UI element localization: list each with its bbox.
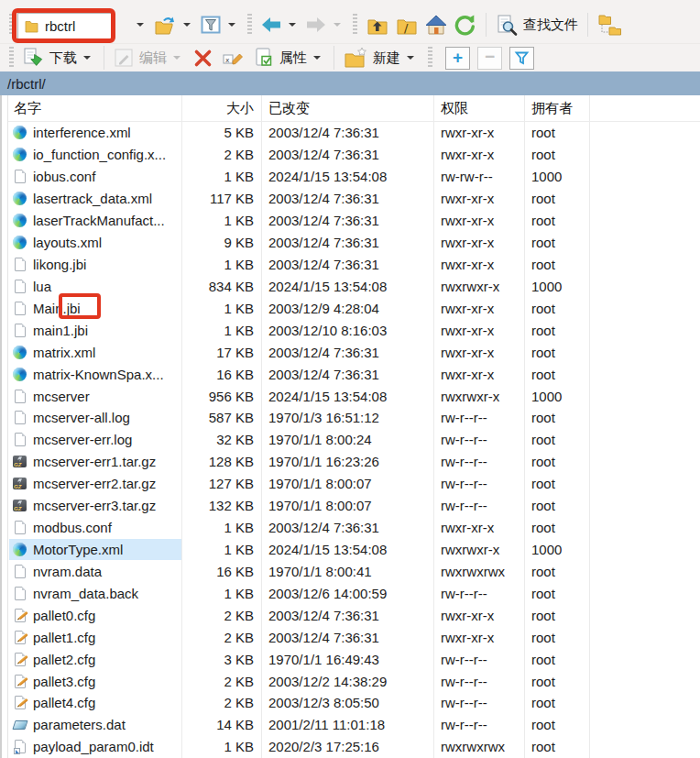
- file-row[interactable]: matrix.xml17 KB2003/12/4 7:36:31rwxr-xr-…: [0, 341, 700, 363]
- edit-button[interactable]: 编辑: [111, 46, 170, 70]
- find-files-button[interactable]: 查找文件: [493, 12, 581, 38]
- file-name-cell[interactable]: io_function_config.x...: [9, 144, 181, 166]
- file-name-cell[interactable]: matrix.xml: [9, 341, 181, 363]
- file-row[interactable]: layouts.xml9 KB2003/12/4 7:36:31rwxr-xr-…: [0, 232, 700, 254]
- column-header-rights[interactable]: 权限: [433, 100, 524, 117]
- file-name-cell[interactable]: matrix-KnownSpa.x...: [9, 363, 181, 385]
- file-name-cell[interactable]: mcserver-err.log: [9, 429, 181, 451]
- file-name-cell[interactable]: parameters.dat: [9, 714, 181, 736]
- column-separator[interactable]: [433, 95, 434, 758]
- file-name-cell[interactable]: iobus.conf: [9, 166, 181, 188]
- file-row[interactable]: GZmcserver-err3.tar.gz132 KB1970/1/1 8:0…: [0, 495, 700, 517]
- filter-dropdown-arrow[interactable]: [228, 23, 235, 30]
- file-row[interactable]: mcserver-all.log587 KB1970/1/3 16:51:12r…: [0, 407, 700, 429]
- new-button[interactable]: 新建: [341, 45, 403, 71]
- file-name-cell[interactable]: layouts.xml: [9, 232, 181, 254]
- properties-dropdown-arrow[interactable]: [313, 56, 321, 63]
- file-row[interactable]: Main.jbi1 KB2003/12/9 4:28:04rwxr-xr-xro…: [0, 297, 700, 319]
- column-header-changed[interactable]: 已改变: [261, 100, 433, 117]
- home-directory-button[interactable]: [421, 12, 451, 38]
- rename-button[interactable]: x: [219, 46, 247, 70]
- file-name-cell[interactable]: GZmcserver-err2.tar.gz: [9, 473, 181, 495]
- address-dropdown-arrow[interactable]: [137, 23, 144, 30]
- file-name-cell[interactable]: MotorType.xml: [9, 539, 181, 561]
- file-row[interactable]: main1.jbi1 KB2003/12/10 8:16:03rwxr-xr-x…: [0, 319, 700, 341]
- column-separator[interactable]: [589, 95, 590, 758]
- file-row[interactable]: parameters.dat14 KB2001/2/11 11:01:18rw-…: [0, 714, 700, 736]
- file-row[interactable]: pallet1.cfg2 KB2003/12/4 7:36:31rwxr-xr-…: [0, 626, 700, 648]
- file-row[interactable]: GZmcserver-err2.tar.gz127 KB1970/1/1 8:0…: [0, 473, 700, 495]
- file-row[interactable]: lua834 KB2024/1/15 13:54:08rwxrwxr-x1000: [0, 275, 700, 297]
- path-bar[interactable]: /rbctrl/: [0, 71, 700, 95]
- file-row[interactable]: mcserver-err.log32 KB1970/1/1 8:00:24rw-…: [0, 429, 700, 451]
- file-row[interactable]: pallet2.cfg3 KB1970/1/1 16:49:43rw-r--r-…: [0, 648, 700, 670]
- file-name-cell[interactable]: modbus.conf: [9, 517, 181, 539]
- toolbar-grip[interactable]: [247, 14, 252, 36]
- file-name-cell[interactable]: pallet3.cfg: [9, 670, 181, 692]
- file-name-cell[interactable]: laserTrackManufact...: [9, 210, 181, 232]
- file-name-cell[interactable]: nvram_data.back: [9, 582, 181, 604]
- file-name-cell[interactable]: lua: [9, 275, 181, 297]
- download-button[interactable]: 下载: [19, 45, 80, 71]
- column-header-name[interactable]: 名字: [9, 100, 181, 117]
- directory-tree-button[interactable]: [595, 12, 626, 38]
- remove-filter-button[interactable]: −: [477, 47, 502, 70]
- root-directory-button[interactable]: /: [392, 12, 421, 38]
- file-row[interactable]: nvram.data16 KB1970/1/1 8:00:41rwxrwxrwx…: [0, 560, 700, 582]
- file-name-cell[interactable]: likong.jbi: [9, 254, 181, 276]
- file-row[interactable]: interference.xml5 KB2003/12/4 7:36:31rwx…: [0, 122, 700, 144]
- file-row[interactable]: lasertrack_data.xml117 KB2003/12/4 7:36:…: [0, 188, 700, 210]
- file-name-cell[interactable]: pallet4.cfg: [9, 692, 181, 714]
- file-row[interactable]: likong.jbi1 KB2003/12/4 7:36:31rwxr-xr-x…: [0, 254, 700, 276]
- column-header-owner[interactable]: 拥有者: [524, 100, 589, 117]
- toolbar-grip[interactable]: [9, 47, 14, 69]
- toolbar-grip[interactable]: [428, 47, 432, 69]
- file-row[interactable]: payload_param0.idt1 KB2020/2/3 17:25:16r…: [0, 736, 700, 758]
- file-row[interactable]: modbus.conf1 KB2003/12/4 7:36:31rwxr-xr-…: [0, 517, 700, 539]
- file-name-cell[interactable]: main1.jbi: [9, 319, 181, 341]
- properties-button[interactable]: 属性: [251, 45, 310, 71]
- file-name-cell[interactable]: pallet2.cfg: [9, 648, 181, 670]
- filter-button[interactable]: [197, 12, 224, 38]
- file-name-cell[interactable]: lasertrack_data.xml: [9, 188, 181, 210]
- download-dropdown-arrow[interactable]: [83, 56, 91, 63]
- add-filter-button[interactable]: +: [445, 47, 470, 70]
- parent-directory-button[interactable]: [363, 12, 392, 38]
- address-combo[interactable]: rbctrl: [17, 13, 112, 39]
- file-name-cell[interactable]: nvram.data: [9, 560, 181, 582]
- file-row[interactable]: laserTrackManufact...1 KB2003/12/4 7:36:…: [0, 210, 700, 232]
- file-row[interactable]: matrix-KnownSpa.x...16 KB2003/12/4 7:36:…: [0, 363, 700, 385]
- file-name-cell[interactable]: GZmcserver-err3.tar.gz: [9, 495, 181, 517]
- column-header-size[interactable]: 大小: [181, 100, 261, 117]
- column-separator[interactable]: [181, 95, 182, 758]
- file-row[interactable]: nvram_data.back1 KB2003/12/6 14:00:59rw-…: [0, 582, 700, 604]
- refresh-button[interactable]: [451, 12, 479, 38]
- open-directory-dropdown-arrow[interactable]: [183, 23, 191, 30]
- file-name-cell[interactable]: pallet0.cfg: [9, 604, 181, 626]
- file-name-cell[interactable]: mcserver-all.log: [9, 407, 181, 429]
- file-name-cell[interactable]: payload_param0.idt: [9, 736, 181, 758]
- file-row[interactable]: GZmcserver-err1.tar.gz128 KB1970/1/1 16:…: [0, 451, 700, 473]
- file-row[interactable]: pallet0.cfg2 KB2003/12/4 7:36:31rwxr-xr-…: [0, 604, 700, 626]
- file-name-cell[interactable]: interference.xml: [9, 122, 181, 144]
- file-row[interactable]: iobus.conf1 KB2024/1/15 13:54:08rw-rw-r-…: [0, 166, 700, 188]
- toolbar-grip[interactable]: [9, 14, 14, 36]
- new-dropdown-arrow[interactable]: [407, 56, 414, 63]
- delete-button[interactable]: [191, 47, 215, 70]
- file-row[interactable]: io_function_config.x...2 KB2003/12/4 7:3…: [0, 144, 700, 166]
- file-row[interactable]: pallet4.cfg2 KB2003/12/3 8:05:50rw-r--r-…: [0, 692, 700, 714]
- file-name-cell[interactable]: GZmcserver-err1.tar.gz: [9, 451, 181, 473]
- edit-dropdown-arrow[interactable]: [173, 56, 180, 63]
- column-separator[interactable]: [261, 95, 262, 758]
- open-directory-button[interactable]: [150, 12, 180, 38]
- file-row[interactable]: pallet3.cfg2 KB2003/12/2 14:38:29rw-r--r…: [0, 670, 700, 692]
- file-row[interactable]: MotorType.xml1 KB2024/1/15 13:54:08rwxrw…: [0, 539, 700, 561]
- column-separator[interactable]: [524, 95, 525, 758]
- back-button[interactable]: [257, 14, 285, 36]
- forward-dropdown-arrow[interactable]: [334, 23, 341, 30]
- toolbar-grip[interactable]: [353, 14, 357, 36]
- back-dropdown-arrow[interactable]: [289, 23, 296, 30]
- filter-toggle-button[interactable]: [509, 47, 534, 70]
- file-row[interactable]: mcserver956 KB2024/1/15 13:54:08rwxrwxr-…: [0, 385, 700, 407]
- forward-button[interactable]: [302, 14, 330, 36]
